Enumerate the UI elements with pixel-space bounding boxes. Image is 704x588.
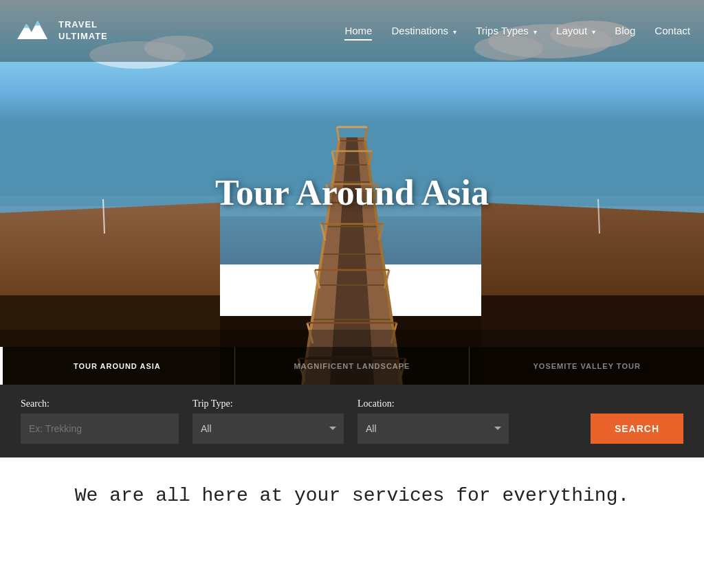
active-slide-bar — [0, 347, 3, 385]
nav-item-home[interactable]: Home — [344, 25, 372, 37]
nav-item-blog[interactable]: Blog — [615, 25, 635, 37]
slide-2[interactable]: MAGNIFICENT LANDSCAPE — [235, 347, 470, 385]
nav-item-contact[interactable]: Contact — [654, 25, 690, 37]
navbar: TRAVEL ULTIMATE Home Destinations ▾ Trip… — [0, 0, 704, 62]
logo-text: TRAVEL ULTIMATE — [58, 19, 108, 43]
search-input[interactable] — [21, 414, 179, 444]
svg-marker-54 — [34, 21, 41, 25]
nav-item-destinations[interactable]: Destinations ▾ — [391, 25, 456, 37]
location-label: Location: — [358, 398, 509, 409]
search-field-group: Search: — [21, 398, 179, 444]
location-select[interactable]: All — [358, 414, 509, 444]
nav-menu: Home Destinations ▾ Trips Types ▾ — [344, 25, 690, 37]
trip-type-label: Trip Type: — [192, 398, 344, 409]
nav-item-trips-types[interactable]: Trips Types ▾ — [476, 25, 537, 37]
search-button[interactable]: SEARCH — [591, 414, 683, 444]
slide-indicators: TOUR AROUND ASIA MAGNIFICENT LANDSCAPE Y… — [0, 347, 704, 385]
destinations-arrow-icon: ▾ — [453, 28, 456, 36]
slide-1[interactable]: TOUR AROUND ASIA — [0, 347, 235, 385]
location-group: Location: All — [358, 398, 509, 444]
svg-marker-53 — [23, 23, 30, 27]
tagline-section: We are all here at your services for eve… — [0, 457, 704, 534]
layout-arrow-icon: ▾ — [592, 28, 595, 36]
hero-section: TRAVEL ULTIMATE Home Destinations ▾ Trip… — [0, 0, 704, 385]
tagline-text: We are all here at your services for eve… — [14, 485, 690, 506]
nav-item-layout[interactable]: Layout ▾ — [556, 25, 595, 37]
trip-type-select[interactable]: All — [192, 414, 344, 444]
search-bar: Search: Trip Type: All Location: All SEA… — [0, 385, 704, 457]
logo[interactable]: TRAVEL ULTIMATE — [14, 14, 108, 48]
hero-title: Tour Around Asia — [215, 172, 489, 213]
search-label: Search: — [21, 398, 179, 409]
trip-type-group: Trip Type: All — [192, 398, 344, 444]
slide-3[interactable]: YOSEMITE VALLEY TOUR — [470, 347, 704, 385]
trips-types-arrow-icon: ▾ — [534, 28, 537, 36]
logo-icon — [14, 14, 52, 48]
